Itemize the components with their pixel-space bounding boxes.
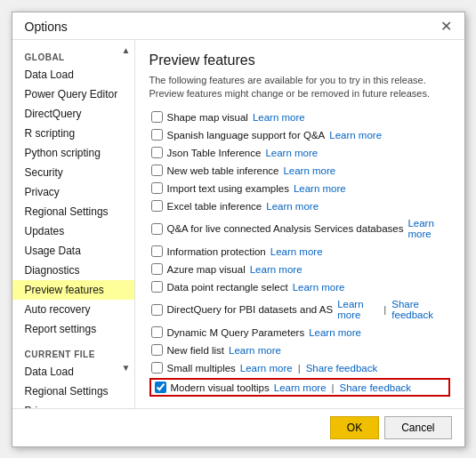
footer: OK Cancel: [12, 408, 464, 446]
feature-label-qa-live: Q&A for live connected Analysis Services…: [167, 223, 404, 234]
sidebar-cf-item-privacy[interactable]: Privacy: [12, 401, 134, 408]
feature-row-new-web-table: New web table inferenceLearn more: [149, 163, 450, 178]
cancel-button[interactable]: Cancel: [384, 416, 451, 439]
global-section-label: GLOBAL: [12, 47, 134, 65]
link-separator: |: [298, 363, 301, 374]
scroll-down-button[interactable]: ▼: [122, 363, 131, 373]
options-dialog: Options ✕ ▲ GLOBAL Data LoadPower Query …: [12, 12, 465, 447]
feature-row-excel-table: Excel table inferenceLearn more: [149, 198, 450, 213]
feature-label-new-field: New field list: [167, 345, 225, 356]
share-more-link-small-multiples[interactable]: Share feedback: [306, 363, 378, 374]
main-panel: Preview features The following features …: [135, 40, 464, 408]
feature-row-data-point: Data point rectangle selectLearn more: [149, 279, 450, 294]
feature-checkbox-new-field[interactable]: [151, 344, 163, 356]
feature-label-data-point: Data point rectangle select: [167, 282, 288, 293]
current-file-nav: Data LoadRegional SettingsPrivacyAuto re…: [12, 362, 134, 408]
current-file-section-label: CURRENT FILE: [12, 344, 134, 362]
features-list: Shape map visualLearn moreSpanish langua…: [149, 109, 450, 398]
feature-label-directquery-pbi: DirectQuery for PBI datasets and AS: [167, 304, 334, 315]
learn-more-link-dynamic-m[interactable]: Learn more: [309, 327, 361, 338]
sidebar-item-diagnostics[interactable]: Diagnostics: [12, 261, 134, 280]
link-separator: |: [332, 382, 335, 393]
learn-more-link-directquery-pbi[interactable]: Learn more: [337, 299, 378, 320]
learn-more-link-info-protect[interactable]: Learn more: [270, 246, 323, 257]
feature-label-new-web-table: New web table inference: [167, 165, 279, 176]
feature-row-json-table: Json Table InferenceLearn more: [149, 145, 450, 160]
feature-label-import-text: Import text using examples: [167, 183, 289, 194]
sidebar-item-python-scripting[interactable]: Python scripting: [12, 143, 134, 163]
learn-more-link-spanish-qa[interactable]: Learn more: [329, 130, 382, 141]
scroll-up-button[interactable]: ▲: [122, 45, 131, 55]
link-separator: |: [383, 304, 386, 315]
feature-row-new-field: New field listLearn more: [149, 342, 450, 358]
feature-label-json-table: Json Table Inference: [167, 148, 262, 158]
feature-row-modern-tooltips: Modern visual tooltipsLearn more|Share f…: [149, 378, 450, 397]
feature-label-spanish-qa: Spanish language support for Q&A: [167, 130, 326, 141]
content-area: ▲ GLOBAL Data LoadPower Query EditorDire…: [12, 40, 464, 408]
section-title: Preview features: [149, 52, 450, 68]
feature-row-azure-map: Azure map visualLearn more: [149, 261, 450, 277]
feature-checkbox-new-web-table[interactable]: [151, 165, 163, 176]
sidebar-item-auto-recovery[interactable]: Auto recovery: [12, 300, 134, 319]
feature-label-info-protect: Information protection: [167, 246, 266, 257]
sidebar-item-power-query-editor[interactable]: Power Query Editor: [12, 84, 134, 104]
feature-row-dynamic-m: Dynamic M Query ParametersLearn more: [149, 325, 450, 340]
global-nav: Data LoadPower Query EditorDirectQueryR …: [12, 65, 134, 339]
feature-checkbox-json-table[interactable]: [151, 147, 163, 158]
share-more-link-directquery-pbi[interactable]: Share feedback: [391, 299, 448, 320]
feature-label-excel-table: Excel table inference: [167, 201, 262, 212]
sidebar-item-directquery[interactable]: DirectQuery: [12, 104, 134, 124]
feature-checkbox-data-point[interactable]: [151, 281, 163, 293]
feature-checkbox-azure-map[interactable]: [151, 263, 163, 275]
feature-checkbox-excel-table[interactable]: [151, 200, 163, 212]
learn-more-link-shape-map[interactable]: Learn more: [253, 112, 305, 123]
feature-row-qa-live: Q&A for live connected Analysis Services…: [149, 216, 450, 241]
sidebar: ▲ GLOBAL Data LoadPower Query EditorDire…: [12, 40, 135, 408]
feature-checkbox-import-text[interactable]: [151, 182, 163, 194]
feature-checkbox-spanish-qa[interactable]: [151, 129, 163, 141]
sidebar-item-r-scripting[interactable]: R scripting: [12, 124, 134, 143]
learn-more-link-qa-live[interactable]: Learn more: [407, 218, 448, 239]
feature-label-azure-map: Azure map visual: [167, 264, 246, 275]
dialog-title: Options: [25, 20, 68, 34]
learn-more-link-modern-tooltips[interactable]: Learn more: [274, 382, 327, 393]
feature-label-shape-map: Shape map visual: [167, 112, 248, 123]
feature-checkbox-dynamic-m[interactable]: [151, 326, 163, 338]
section-description: The following features are available for…: [149, 74, 450, 101]
sidebar-item-privacy[interactable]: Privacy: [12, 182, 134, 202]
feature-row-spanish-qa: Spanish language support for Q&ALearn mo…: [149, 127, 450, 142]
sidebar-item-usage-data[interactable]: Usage Data: [12, 241, 134, 261]
feature-row-small-multiples: Small multiplesLearn more|Share feedback: [149, 360, 450, 375]
feature-checkbox-info-protect[interactable]: [151, 245, 163, 257]
learn-more-link-new-web-table[interactable]: Learn more: [283, 165, 335, 176]
feature-row-shape-map: Shape map visualLearn more: [149, 109, 450, 125]
feature-checkbox-qa-live[interactable]: [151, 223, 163, 235]
feature-label-modern-tooltips: Modern visual tooltips: [171, 382, 270, 393]
ok-button[interactable]: OK: [330, 416, 379, 439]
sidebar-cf-item-regional-settings[interactable]: Regional Settings: [12, 382, 134, 401]
feature-checkbox-directquery-pbi[interactable]: [151, 304, 163, 316]
sidebar-cf-item-data-load[interactable]: Data Load: [12, 362, 134, 382]
feature-checkbox-shape-map[interactable]: [151, 111, 163, 123]
learn-more-link-import-text[interactable]: Learn more: [294, 183, 346, 194]
learn-more-link-azure-map[interactable]: Learn more: [250, 264, 303, 275]
title-bar: Options ✕: [12, 12, 464, 40]
feature-checkbox-small-multiples[interactable]: [151, 362, 163, 374]
close-button[interactable]: ✕: [439, 20, 454, 34]
sidebar-item-regional-settings[interactable]: Regional Settings: [12, 202, 134, 221]
learn-more-link-data-point[interactable]: Learn more: [293, 282, 345, 293]
sidebar-item-report-settings[interactable]: Report settings: [12, 319, 134, 339]
learn-more-link-new-field[interactable]: Learn more: [229, 345, 281, 356]
learn-more-link-json-table[interactable]: Learn more: [265, 148, 318, 158]
feature-row-directquery-pbi: DirectQuery for PBI datasets and ASLearn…: [149, 297, 450, 322]
feature-row-import-text: Import text using examplesLearn more: [149, 181, 450, 196]
learn-more-link-excel-table[interactable]: Learn more: [266, 201, 319, 212]
learn-more-link-small-multiples[interactable]: Learn more: [240, 363, 293, 374]
sidebar-item-data-load[interactable]: Data Load: [12, 65, 134, 84]
share-more-link-modern-tooltips[interactable]: Share feedback: [340, 382, 412, 393]
feature-checkbox-modern-tooltips[interactable]: [155, 382, 166, 393]
feature-label-small-multiples: Small multiples: [167, 363, 236, 374]
sidebar-item-updates[interactable]: Updates: [12, 221, 134, 241]
sidebar-item-preview-features[interactable]: Preview features: [12, 280, 134, 300]
sidebar-item-security[interactable]: Security: [12, 163, 134, 182]
